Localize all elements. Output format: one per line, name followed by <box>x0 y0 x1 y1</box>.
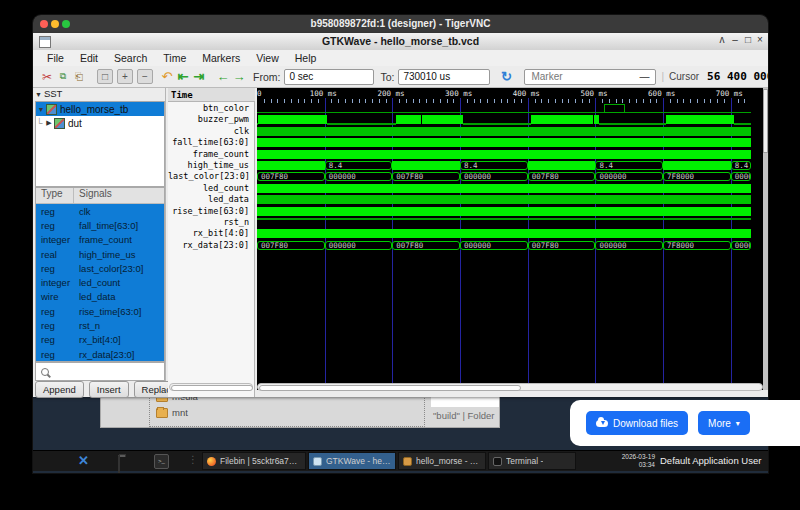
wave-name-rx_data[23:0][interactable]: rx_data[23:0] <box>168 240 252 251</box>
menu-search[interactable]: Search <box>106 51 155 65</box>
signal-row-clk[interactable]: regclk <box>36 204 164 218</box>
signal-row-led_data[interactable]: wireled_data <box>36 290 164 304</box>
shade-button[interactable]: ʌ <box>716 34 728 45</box>
copy-icon[interactable]: ⧉ <box>55 69 71 85</box>
ruler-label: 300 ms <box>445 89 472 98</box>
wave-name-frame_count[interactable]: frame_count <box>168 149 252 160</box>
from-input[interactable]: 0 sec <box>284 69 374 85</box>
zoom-fit-icon[interactable]: □ <box>97 69 113 84</box>
wave-row-rst_n[interactable] <box>257 217 763 228</box>
to-end-icon[interactable]: ⇥ <box>191 69 207 85</box>
wave-name-clk[interactable]: clk <box>168 126 252 137</box>
signal-row-led_count[interactable]: integerled_count <box>36 275 164 289</box>
wave-row-high_time_us[interactable]: 8.48.48.48.4 <box>257 160 763 171</box>
thunar-sidebar-item-mnt[interactable]: mnt <box>156 407 188 418</box>
signal-row-rx_bit[4:0][interactable]: regrx_bit[4:0] <box>36 333 164 347</box>
wave-row-frame_count[interactable] <box>257 149 763 160</box>
taskbar-button-window[interactable]: GTKWave - hello_morse... <box>308 452 396 470</box>
sidebar-item-label: mnt <box>172 407 188 418</box>
chevron-down-icon[interactable]: ▼ <box>36 106 46 113</box>
menu-file[interactable]: File <box>39 51 72 65</box>
wave-row-rx_bit[4:0][interactable] <box>257 228 763 239</box>
to-start-icon[interactable]: ⇤ <box>175 69 191 85</box>
wave-name-rise_time[63:0][interactable]: rise_time[63:0] <box>168 206 252 217</box>
wave-row-fall_time[63:0][interactable] <box>257 137 763 148</box>
insert-button[interactable]: Insert <box>89 381 129 398</box>
paste-icon[interactable]: ⎗ <box>71 69 87 85</box>
marker-field[interactable]: Marker — <box>524 69 656 85</box>
back-icon[interactable]: ← <box>215 69 231 85</box>
wave-name-btn_color[interactable]: btn_color <box>168 103 252 114</box>
wave-name-buzzer_pwm[interactable]: buzzer_pwm <box>168 114 252 125</box>
waveform-panel[interactable]: 0100 ms200 ms300 ms400 ms500 ms600 ms700… <box>257 88 763 390</box>
wave-row-clk[interactable] <box>257 126 763 137</box>
to-input[interactable]: 730010 us <box>398 69 490 85</box>
taskbar-button-folder[interactable]: hello_morse - Thunar <box>398 452 486 470</box>
wave-row-buzzer_pwm[interactable] <box>257 114 763 125</box>
wave-segment <box>257 218 751 220</box>
wave-row-led_count[interactable] <box>257 183 763 194</box>
wave-row-rx_data[23:0][interactable]: 007F80000000007F80000000007F800000007F80… <box>257 240 763 251</box>
more-button[interactable]: More ▾ <box>698 411 750 435</box>
minimize-button[interactable]: – <box>729 34 741 45</box>
signal-row-rst_n[interactable]: regrst_n <box>36 318 164 332</box>
wave-name-fall_time[63:0][interactable]: fall_time[63:0] <box>168 137 252 148</box>
wave-segment: 8.4 <box>325 161 393 170</box>
wave-segment: 0000+ <box>731 241 751 250</box>
menu-view[interactable]: View <box>248 51 287 65</box>
signal-row-last_color[23:0][interactable]: reglast_color[23:0] <box>36 261 164 275</box>
type-column-header[interactable]: Type <box>36 188 74 203</box>
thunar-window-fragment[interactable]: media mnt "build" | Folder <box>100 394 500 428</box>
names-horizontal-scrollbar[interactable] <box>169 383 253 391</box>
taskbar-button-firefox[interactable]: Filebin | 5scktr6a7uhptn... <box>202 452 306 470</box>
menu-edit[interactable]: Edit <box>72 51 106 65</box>
wave-row-last_color[23:0][interactable]: 007F80000000007F80000000007F800000007F80… <box>257 171 763 182</box>
wave-name-led_count[interactable]: led_count <box>168 183 252 194</box>
wave-name-last_color[23:0][interactable]: last_color[23:0] <box>168 171 252 182</box>
toolbar: ✂ ⧉ ⎗ □ + − ↶ ⇤ ⇥ ← → From: 0 sec To: 73… <box>33 66 768 88</box>
ruler-label: 600 ms <box>648 89 675 98</box>
wave-name-led_data[interactable]: led_data <box>168 194 252 205</box>
wave-name-rst_n[interactable]: rst_n <box>168 217 252 228</box>
file-manager-launcher-icon[interactable] <box>118 456 124 473</box>
cut-icon[interactable]: ✂ <box>39 69 55 85</box>
zoom-in-icon[interactable]: + <box>117 69 133 84</box>
taskbar-clock[interactable]: 2026-03-19 03:34 <box>600 453 655 469</box>
sst-expander[interactable]: ▼SST <box>35 88 164 100</box>
wave-segment <box>257 150 751 159</box>
menu-help[interactable]: Help <box>287 51 325 65</box>
wave-name-rx_bit[4:0][interactable]: rx_bit[4:0] <box>168 228 252 239</box>
wave-segment <box>258 115 326 124</box>
reload-icon[interactable]: ↻ <box>498 69 514 85</box>
zoom-undo-icon[interactable]: ↶ <box>159 69 175 85</box>
wave-horizontal-scrollbar[interactable] <box>257 383 763 391</box>
wave-row-led_data[interactable] <box>257 194 763 205</box>
wave-name-high_time_us[interactable]: high_time_us <box>168 160 252 171</box>
append-button[interactable]: Append <box>35 381 84 398</box>
x11-logo-icon[interactable]: ✕ <box>78 453 89 468</box>
tree-item-dut[interactable]: └▶dut <box>36 116 164 130</box>
tree-item-hello_morse_tb[interactable]: ▼hello_morse_tb <box>36 102 164 116</box>
close-button[interactable]: × <box>754 34 766 45</box>
terminal-launcher-icon[interactable]: >_ <box>154 454 169 469</box>
signals-column-header[interactable]: Signals <box>74 188 112 203</box>
forward-icon[interactable]: → <box>231 69 247 85</box>
signal-row-high_time_us[interactable]: realhigh_time_us <box>36 247 164 261</box>
ruler-label: 500 ms <box>580 89 607 98</box>
signal-row-fall_time[63:0][interactable]: regfall_time[63:0] <box>36 218 164 232</box>
chevron-right-icon[interactable]: ▶ <box>44 119 54 127</box>
wave-row-rise_time[63:0][interactable] <box>257 206 763 217</box>
zoom-out-icon[interactable]: − <box>137 69 153 84</box>
wave-row-btn_color[interactable] <box>257 103 763 114</box>
signal-row-rise_time[63:0][interactable]: regrise_time[63:0] <box>36 304 164 318</box>
signal-row-frame_count[interactable]: integerframe_count <box>36 233 164 247</box>
menu-time[interactable]: Time <box>155 51 194 65</box>
wave-vertical-scrollbar[interactable] <box>763 88 768 390</box>
taskbar-button-terminal[interactable]: Terminal - <box>488 452 576 470</box>
menu-markers[interactable]: Markers <box>194 51 248 65</box>
download-files-button[interactable]: Download files <box>586 411 688 435</box>
signal-row-rx_data[23:0][interactable]: regrx_data[23:0] <box>36 347 164 361</box>
signal-filter-input[interactable] <box>35 362 165 381</box>
gtkwave-titlebar[interactable]: GTKWave - hello_morse_tb.vcd ʌ – □ × <box>33 33 768 51</box>
maximize-button[interactable]: □ <box>742 34 754 45</box>
